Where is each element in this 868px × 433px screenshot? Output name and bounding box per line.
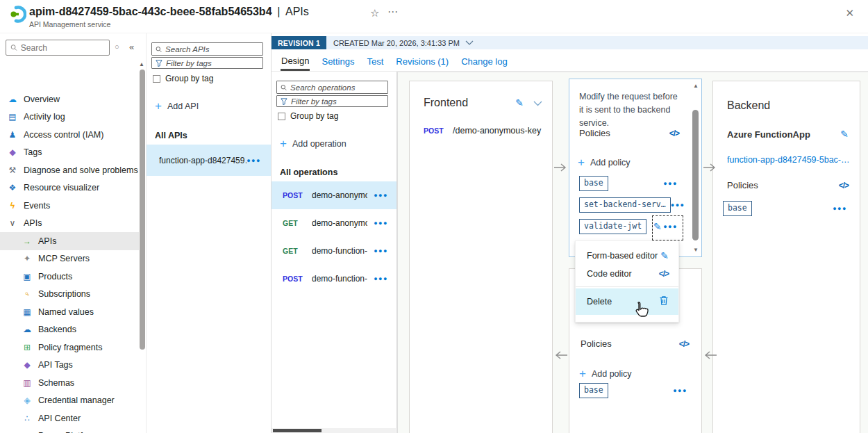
sidebar-pin-icon[interactable]: ○ [115,42,119,51]
sidebar-item-access-control-iam[interactable]: ♟Access control (IAM) [0,126,139,144]
sidebar-item-products[interactable]: ▣Products [0,268,139,286]
group-by-tag-row[interactable]: Group by tag [278,111,338,121]
box-icon: ▣ [22,272,33,281]
sidebar-item-activity-log[interactable]: ▤Activity log [0,108,139,126]
sidebar-search-input[interactable] [21,43,105,53]
tab-revisions-1[interactable]: Revisions (1) [395,52,449,71]
operation-more-button[interactable]: ●●● [374,275,388,282]
sidebar-item-tags[interactable]: ◆Tags [0,144,139,162]
add-policy-button[interactable]: + Add policy [578,156,631,168]
operation-item[interactable]: GETdemo-function-k…●●● [272,237,397,265]
revision-chevron-down-icon[interactable] [465,40,474,46]
filter-tags-box[interactable] [276,95,388,107]
sidebar-item-mcp-servers[interactable]: ✦MCP Servers [0,250,139,268]
sidebar-item-events[interactable]: ϟEvents [0,197,139,215]
menu-item-label: Form-based editor [587,251,660,261]
code-editor-icon[interactable]: </> [669,129,679,138]
method-badge: GET [283,247,306,255]
fragments-icon: ⊞ [22,343,33,352]
menu-item-delete[interactable]: Delete [576,288,678,315]
filter-tags-box[interactable] [151,57,263,69]
search-operations-box[interactable] [276,81,388,94]
close-icon[interactable]: ✕ [845,7,854,19]
focused-more-button-outline [652,215,683,240]
filter-tags-input[interactable] [291,97,384,106]
policy-chip[interactable]: set-backend-serv… [579,197,671,213]
sidebar-item-apis[interactable]: →APIs [0,232,139,250]
operation-item[interactable]: POSTdemo-anonymou…●●● [272,181,397,209]
api-list-item[interactable]: function-app-d8427459…●●● [147,145,271,176]
tab-settings[interactable]: Settings [321,52,355,71]
policy-more-button[interactable]: ●●● [673,387,687,394]
sidebar-collapse-icon[interactable]: « [129,42,134,52]
sidebar-scroll-up-icon[interactable]: ▲ [139,61,144,67]
policy-more-button[interactable]: ●●● [671,202,685,209]
policy-chip[interactable]: base [579,176,608,191]
sidebar-item-resource-visualizer[interactable]: ❖Resource visualizer [0,179,139,197]
sidebar-item-policy-fragments[interactable]: ⊞Policy fragments [0,338,139,357]
add-api-button[interactable]: + Add API [155,100,199,112]
sidebar-item-overview[interactable]: ☁Overview [0,90,139,108]
group-by-tag-checkbox[interactable] [278,113,285,120]
operation-more-button[interactable]: ●●● [374,247,388,254]
policy-chip[interactable]: base [723,201,752,216]
sidebar-item-label: Events [24,201,50,211]
backend-card: Backend Azure FunctionApp ✎ function-app… [712,81,860,433]
sidebar-item-diagnose-and-solve-problems[interactable]: ⚒Diagnose and solve problems [0,161,139,179]
operation-more-button[interactable]: ●●● [374,192,388,199]
sidebar-item-apis[interactable]: ∨APIs [0,215,139,233]
backend-function-link[interactable]: function-app-d8427459-5bac-443c-… [727,155,853,165]
edit-pencil-icon[interactable]: ✎ [515,97,524,108]
tab-design[interactable]: Design [281,52,310,71]
filter-tags-input[interactable] [166,59,259,67]
group-by-tag-row[interactable]: Group by tag [153,74,213,83]
add-policy-button[interactable]: + Add policy [579,368,632,379]
menu-item-code-editor[interactable]: Code editor</> [576,265,678,283]
sidebar-item-label: Diagnose and solve problems [24,165,138,175]
search-operations-input[interactable] [290,83,384,92]
sidebar-item-power-platform[interactable]: ◪Power Platform [0,427,139,433]
tab-test[interactable]: Test [366,52,384,71]
sidebar-item-backends[interactable]: ☁Backends [0,321,139,339]
sidebar-scrollbar-thumb[interactable] [140,70,145,350]
sidebar-item-credential-manager[interactable]: ◈Credential manager [0,392,139,410]
sidebar-item-schemas[interactable]: ▥Schemas [0,374,139,392]
tab-change-log[interactable]: Change log [460,52,508,71]
resource-sidebar: ○ « ☁Overview▤Activity log♟Access contro… [0,33,147,433]
sidebar-item-label: Schemas [38,378,74,388]
header-more-icon[interactable]: ⋯ [387,6,399,18]
code-editor-icon[interactable]: </> [679,339,689,349]
policy-chip[interactable]: base [579,383,608,398]
method-badge: GET [283,219,306,227]
edit-pencil-icon[interactable]: ✎ [840,129,849,140]
search-apis-box[interactable] [151,42,263,56]
scroll-down-icon[interactable]: ▼ [693,247,699,253]
api-more-button[interactable]: ●●● [247,157,261,164]
code-editor-icon[interactable]: </> [839,181,849,190]
group-by-tag-checkbox[interactable] [153,75,160,83]
policy-more-button[interactable]: ●●● [833,205,847,212]
sidebar-item-subscriptions[interactable]: ♀Subscriptions [0,286,139,304]
sidebar-search-box[interactable] [6,40,110,56]
add-operation-button[interactable]: + Add operation [280,138,347,149]
sidebar-item-named-values[interactable]: ▦Named values [0,303,139,321]
chevron-down-icon[interactable] [533,98,542,108]
sidebar-item-api-center[interactable]: ∴API Center [0,409,139,427]
inbound-scrollbar-thumb[interactable] [692,110,699,240]
menu-item-form-based-editor[interactable]: Form-based editor✎ [576,247,678,265]
flow-arrow-left-icon [703,350,717,362]
all-apis-heading: All APIs [155,131,187,140]
api-tabs: DesignSettingsTestRevisions (1)Change lo… [272,52,868,72]
scroll-up-icon[interactable]: ▲ [693,83,699,89]
sidebar-item-api-tags[interactable]: ◆API Tags [0,357,139,375]
operation-item[interactable]: GETdemo-anonymou…●●● [272,209,397,237]
favorite-star-icon[interactable]: ☆ [370,7,379,19]
operations-hscrollbar-thumb[interactable] [273,429,322,432]
operation-more-button[interactable]: ●●● [374,220,388,227]
operation-item[interactable]: POSTdemo-function-k…●●● [272,265,397,293]
page-title: apim-d8427459-5bac-443c-beee-58fab54653b… [29,6,309,18]
plus-icon: + [280,138,287,149]
policy-chip[interactable]: validate-jwt [579,219,646,234]
policy-more-button[interactable]: ●●● [663,180,678,187]
search-apis-input[interactable] [165,45,259,54]
